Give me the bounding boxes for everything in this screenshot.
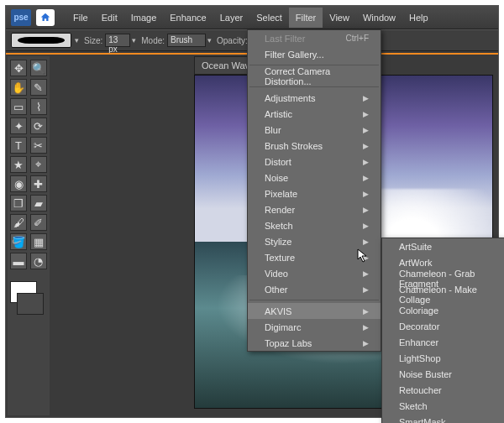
filter-item-pixelate[interactable]: Pixelate▶ — [248, 185, 381, 201]
straighten-tool[interactable]: ⌖ — [30, 156, 47, 173]
menu-enhance[interactable]: Enhance — [163, 8, 213, 28]
toolbox: ✥🔍✋✎▭⌇✦⟳T✂★⌖◉✚❐▰🖌✐🪣▦▬◔ — [8, 56, 50, 415]
filter-item-distort[interactable]: Distort▶ — [248, 154, 381, 170]
brush-preview[interactable] — [11, 33, 71, 48]
akvis-item-noise-buster[interactable]: Noise Buster — [382, 366, 504, 382]
cursor-icon — [357, 248, 369, 264]
filter-item-sketch[interactable]: Sketch▶ — [248, 217, 381, 233]
lasso-tool[interactable]: ⌇ — [30, 98, 47, 115]
submenu-arrow-icon: ▶ — [363, 206, 369, 214]
gradient-tool[interactable]: ▦ — [30, 233, 47, 250]
app-logo: pse — [11, 9, 31, 26]
background-swatch[interactable] — [17, 293, 44, 315]
filter-item-stylize[interactable]: Stylize▶ — [248, 233, 381, 249]
filter-menu-dropdown: Last FilterCtrl+FFilter Gallery...Correc… — [247, 29, 381, 352]
akvis-item-artsuite[interactable]: ArtSuite — [382, 238, 504, 254]
home-button[interactable] — [36, 9, 55, 26]
menu-select[interactable]: Select — [249, 8, 289, 28]
marquee-tool[interactable]: ▭ — [10, 98, 27, 115]
smartbrush-tool[interactable]: ✐ — [30, 214, 47, 231]
chevron-down-icon[interactable]: ▾ — [132, 36, 136, 44]
menu-separator — [249, 86, 379, 87]
crop-tool[interactable]: ✂ — [30, 137, 47, 154]
mode-label: Mode: — [141, 36, 165, 45]
submenu-arrow-icon: ▶ — [363, 110, 369, 118]
akvis-item-lightshop[interactable]: LightShop — [382, 350, 504, 366]
filter-item-digimarc[interactable]: Digimarc▶ — [248, 319, 381, 335]
hand-tool[interactable]: ✋ — [10, 79, 27, 96]
akvis-item-coloriage[interactable]: Coloriage — [382, 302, 504, 318]
filter-item-video[interactable]: Video▶ — [248, 265, 381, 281]
filter-item-correct-camera-distortion-[interactable]: Correct Camera Distortion... — [248, 68, 381, 84]
brush-tool[interactable]: 🖌 — [10, 214, 27, 231]
menu-image[interactable]: Image — [124, 8, 164, 28]
menu-help[interactable]: Help — [402, 8, 435, 28]
menu-file[interactable]: File — [66, 8, 95, 28]
wand-tool[interactable]: ✦ — [10, 118, 27, 134]
shape-tool[interactable]: ▬ — [10, 253, 27, 269]
filter-item-last-filter: Last FilterCtrl+F — [248, 30, 381, 46]
submenu-arrow-icon: ▶ — [363, 222, 369, 230]
filter-item-topaz-labs[interactable]: Topaz Labs▶ — [248, 335, 381, 351]
submenu-arrow-icon: ▶ — [363, 142, 369, 150]
move-tool[interactable]: ✥ — [10, 60, 27, 76]
size-label: Size: — [84, 36, 102, 45]
filter-item-noise[interactable]: Noise▶ — [248, 170, 381, 185]
sponge-tool[interactable]: ◔ — [30, 253, 47, 269]
akvis-item-sketch[interactable]: Sketch — [382, 398, 504, 414]
filter-item-akvis[interactable]: AKVIS▶ — [248, 303, 381, 319]
eyedropper-tool[interactable]: ✎ — [30, 79, 47, 96]
akvis-item-retoucher[interactable]: Retoucher — [382, 382, 504, 398]
submenu-arrow-icon: ▶ — [363, 174, 369, 182]
submenu-arrow-icon: ▶ — [363, 238, 369, 246]
submenu-arrow-icon: ▶ — [363, 94, 369, 102]
menu-filter[interactable]: Filter — [289, 8, 323, 28]
filter-item-artistic[interactable]: Artistic▶ — [248, 106, 381, 122]
submenu-arrow-icon: ▶ — [363, 158, 369, 166]
quicksel-tool[interactable]: ⟳ — [30, 118, 47, 134]
menu-edit[interactable]: Edit — [95, 8, 124, 28]
menu-separator — [249, 300, 379, 300]
akvis-item-chameleon-make-collage[interactable]: Chameleon - Make Collage — [382, 286, 504, 302]
filter-item-other[interactable]: Other▶ — [248, 281, 381, 297]
chevron-down-icon[interactable]: ▾ — [75, 36, 79, 44]
filter-item-filter-gallery-[interactable]: Filter Gallery... — [248, 46, 381, 62]
submenu-arrow-icon: ▶ — [363, 323, 369, 332]
menubar: pse FileEditImageEnhanceLayerSelectFilte… — [6, 6, 498, 29]
akvis-item-smartmask[interactable]: SmartMask — [382, 414, 504, 423]
clone-tool[interactable]: ❐ — [10, 195, 27, 212]
akvis-item-decorator[interactable]: Decorator — [382, 318, 504, 334]
mode-select[interactable]: Brush — [167, 34, 206, 47]
submenu-arrow-icon: ▶ — [363, 269, 369, 278]
submenu-arrow-icon: ▶ — [363, 307, 369, 316]
akvis-submenu: ArtSuiteArtWorkChameleon - Grab Fragment… — [381, 238, 504, 423]
filter-item-adjustments[interactable]: Adjustments▶ — [248, 90, 381, 106]
bucket-tool[interactable]: 🪣 — [10, 233, 27, 250]
type-tool[interactable]: T — [10, 137, 27, 154]
submenu-arrow-icon: ▶ — [363, 126, 369, 134]
submenu-arrow-icon: ▶ — [363, 190, 369, 198]
healing-tool[interactable]: ✚ — [30, 175, 47, 192]
eraser-tool[interactable]: ▰ — [30, 195, 47, 212]
filter-item-render[interactable]: Render▶ — [248, 201, 381, 217]
filter-item-blur[interactable]: Blur▶ — [248, 122, 381, 138]
home-icon — [39, 12, 51, 24]
akvis-item-enhancer[interactable]: Enhancer — [382, 334, 504, 350]
submenu-arrow-icon: ▶ — [363, 285, 369, 294]
menu-window[interactable]: Window — [356, 8, 402, 28]
menu-layer[interactable]: Layer — [213, 8, 250, 28]
size-input[interactable]: 13 px — [105, 34, 130, 47]
menu-view[interactable]: View — [323, 8, 356, 28]
submenu-arrow-icon: ▶ — [363, 339, 369, 347]
filter-item-brush-strokes[interactable]: Brush Strokes▶ — [248, 138, 381, 154]
redeye-tool[interactable]: ◉ — [10, 175, 27, 192]
opacity-label: Opacity: — [217, 36, 248, 45]
chevron-down-icon[interactable]: ▾ — [207, 36, 212, 44]
cookie-tool[interactable]: ★ — [10, 156, 27, 173]
zoom-tool[interactable]: 🔍 — [30, 60, 47, 76]
